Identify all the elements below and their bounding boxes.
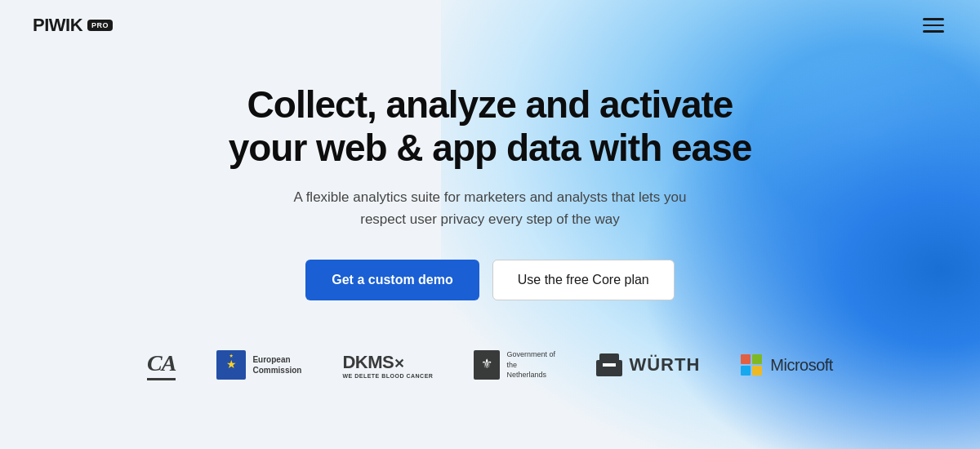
svg-text:★: ★ xyxy=(226,358,237,371)
hamburger-menu[interactable] xyxy=(920,15,947,36)
svg-rect-6 xyxy=(599,353,619,363)
ms-yellow-cell xyxy=(752,366,762,376)
microsoft-logo-text: Microsoft xyxy=(770,356,833,375)
logo-dkms: DKMS✕ WE DELETE BLOOD CANCER xyxy=(342,352,433,379)
ec-logo-text: European Commission xyxy=(252,354,301,376)
ca-logo-text: CA xyxy=(147,350,176,380)
ms-green-cell xyxy=(752,354,762,364)
microsoft-grid-icon xyxy=(741,354,762,376)
logo-government-netherlands: ⚜ Government of the Netherlands xyxy=(474,349,555,380)
logo-badge: PRO xyxy=(87,20,113,31)
ms-blue-cell xyxy=(741,366,751,376)
logo-text: PIWIK xyxy=(33,15,82,36)
logo[interactable]: PIWIK PRO xyxy=(33,15,113,36)
get-demo-button[interactable]: Get a custom demo xyxy=(305,260,479,300)
hero-title: Collect, analyze and activate your web &… xyxy=(204,83,776,170)
logo-credit-agricole: CA xyxy=(147,350,176,380)
navbar: PIWIK PRO xyxy=(0,0,980,51)
dkms-sub-text: WE DELETE BLOOD CANCER xyxy=(342,373,433,379)
ms-red-cell xyxy=(741,354,751,364)
logo-microsoft: Microsoft xyxy=(741,354,833,376)
logos-section: CA ★ European Commission DKMS✕ WE DELETE… xyxy=(0,325,980,397)
hamburger-line-1 xyxy=(923,18,944,20)
hero-section: Collect, analyze and activate your web &… xyxy=(0,51,980,325)
svg-text:⚜: ⚜ xyxy=(481,357,492,371)
hamburger-line-2 xyxy=(923,24,944,27)
wurth-icon xyxy=(596,353,622,376)
core-plan-button[interactable]: Use the free Core plan xyxy=(492,260,675,300)
gov-nl-text: Government of the Netherlands xyxy=(506,349,555,380)
hero-subtitle: A flexible analytics suite for marketers… xyxy=(278,186,702,230)
logo-european-commission: ★ European Commission xyxy=(216,350,301,380)
svg-rect-7 xyxy=(603,363,616,367)
dkms-logo-container: DKMS✕ WE DELETE BLOOD CANCER xyxy=(342,352,433,379)
logo-wurth: WÜRTH xyxy=(596,353,700,376)
hamburger-line-3 xyxy=(923,30,944,33)
dkms-logo-text: DKMS✕ xyxy=(342,352,403,373)
gov-nl-seal-icon: ⚜ xyxy=(474,350,500,380)
cta-buttons: Get a custom demo Use the free Core plan xyxy=(305,260,674,300)
ec-stars-icon: ★ xyxy=(216,350,246,380)
wurth-logo-text: WÜRTH xyxy=(629,354,700,376)
